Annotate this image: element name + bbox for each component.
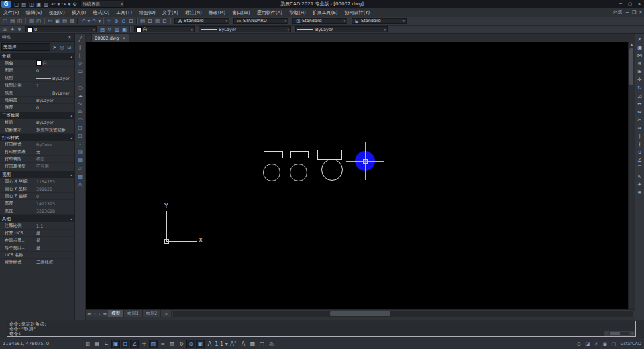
layer-properties-icon[interactable]: ≣ [1, 26, 9, 33]
color-combo[interactable]: 白▾ [134, 26, 195, 32]
menu-1[interactable]: 编辑(E) [23, 8, 46, 17]
region-icon[interactable]: ▱ [76, 164, 85, 172]
lengthen-icon[interactable]: ⇔ [636, 107, 644, 115]
design-center-icon[interactable]: ⊞ [146, 17, 154, 24]
stretch-icon[interactable]: ↔ [636, 99, 644, 107]
layout-tab-布局1[interactable]: 布局1 [124, 310, 143, 317]
save-as-icon[interactable]: ▣ [35, 1, 42, 7]
horizontal-scrollbar[interactable] [173, 311, 633, 317]
plot-preview-icon[interactable]: ◰ [35, 17, 42, 24]
property-row[interactable]: 线型ByLayer [0, 74, 74, 82]
transparency-icon[interactable]: ▧ [168, 340, 176, 348]
property-value[interactable]: 0 [36, 105, 39, 110]
dim-style-combo[interactable]: ↔STANDARD▾ [233, 18, 288, 24]
menu-12[interactable]: 帮助(H) [286, 8, 309, 17]
property-row[interactable]: 打印样式表无 [0, 148, 74, 156]
redo-list-icon[interactable]: ▾ [98, 17, 101, 24]
new-icon[interactable]: ▢ [13, 1, 20, 7]
annotation-monitor-icon[interactable]: A° [229, 340, 238, 348]
gradient-icon[interactable]: ▩ [76, 156, 85, 164]
network-icon[interactable]: ◉ [601, 340, 608, 347]
circle-entity[interactable] [290, 164, 307, 181]
grid-icon[interactable]: ▦ [93, 340, 101, 348]
appearance-menu[interactable]: 外观 [613, 9, 622, 15]
trim-icon[interactable]: ✂ [636, 115, 644, 123]
lock-icon[interactable]: ◪ [584, 340, 591, 347]
menu-10[interactable]: 窗口(W) [229, 8, 253, 17]
snap-icon[interactable]: ⊞ [83, 340, 92, 348]
explode-icon[interactable]: ✳ [636, 180, 644, 188]
quick-select-icon[interactable]: ◎ [58, 44, 66, 50]
zoom-previous-icon[interactable]: ⊖ [120, 17, 127, 24]
property-value[interactable]: 模型 [36, 156, 45, 162]
erase-icon[interactable]: ✕ [636, 35, 644, 43]
quick-properties-icon[interactable]: ▩ [248, 340, 257, 348]
match-properties-icon[interactable]: ▨ [68, 17, 76, 24]
scroll-up-icon[interactable]: ▲ [629, 42, 635, 47]
collapse-icon[interactable]: ▴ [70, 54, 72, 58]
circle-entity[interactable] [263, 164, 280, 181]
rectangle-entity[interactable] [264, 151, 283, 158]
menu-0[interactable]: 文件(F) [0, 8, 23, 17]
annotation-visibility-icon[interactable]: ▣ [196, 340, 205, 348]
menu-6[interactable]: 绘图(D) [136, 8, 159, 17]
layout-nav-3[interactable]: ≫ [101, 311, 108, 316]
mtext-icon[interactable]: A [76, 180, 85, 188]
menu-2[interactable]: 视图(V) [45, 8, 68, 17]
quick-calc-icon[interactable]: ⊟ [161, 17, 168, 24]
open-icon[interactable]: ▤ [20, 1, 28, 7]
layer-previous-icon[interactable]: ↺ [106, 26, 113, 33]
lwt-icon[interactable]: ≡ [158, 340, 167, 348]
break-at-point-icon[interactable]: ∣ [636, 132, 644, 140]
light-bulb-icon[interactable]: ☀ [592, 340, 600, 347]
arc-icon[interactable]: ⌒ [76, 75, 85, 83]
property-value[interactable]: ByLayer [36, 120, 54, 125]
property-row[interactable]: 打印表类型不可用 [0, 163, 74, 170]
plot-icon[interactable]: ▥ [42, 1, 50, 7]
property-row[interactable]: 线宽ByLayer [0, 89, 74, 97]
scroll-thumb[interactable] [330, 311, 390, 316]
menu-4[interactable]: 格式(O) [89, 8, 113, 17]
property-value[interactable]: 投射和接收阴影 [36, 127, 66, 133]
osnap-icon[interactable]: ⊡ [121, 340, 129, 348]
dyn-icon[interactable]: ▨ [149, 340, 158, 348]
property-value[interactable]: ByLayer [36, 91, 70, 95]
rotate-icon[interactable]: ↻ [636, 83, 644, 91]
lineweight-combo[interactable]: ByLayer▾ [295, 26, 388, 32]
property-value[interactable]: ByLayer [36, 76, 70, 81]
menu-3[interactable]: 插入(I) [68, 8, 90, 17]
collapse-icon[interactable]: ▴ [70, 217, 72, 221]
clean-screen-icon[interactable]: ◎ [267, 340, 276, 348]
selection-combo[interactable]: 无选择 [1, 43, 50, 51]
property-value[interactable]: 0 [36, 194, 39, 199]
section-header[interactable]: 视图▴ [0, 170, 74, 178]
property-value[interactable]: ByLayer [36, 98, 54, 103]
redo-icon[interactable]: ↷ [91, 17, 98, 24]
polar-icon[interactable]: ▣ [111, 340, 120, 348]
spline-icon[interactable]: ∿ [76, 99, 85, 107]
property-value[interactable]: 二维线框 [36, 260, 53, 266]
layout-nav-0[interactable]: ≪ [86, 311, 93, 316]
table-style-combo[interactable]: ⊞Standard▾ [292, 18, 347, 24]
property-row[interactable]: 图层0 [0, 67, 74, 74]
menu-13[interactable]: 扩展工具(E) [309, 8, 341, 17]
collapse-icon[interactable]: ▴ [70, 136, 72, 140]
property-row[interactable]: 圆心 Z 坐标0 [0, 193, 74, 200]
property-row[interactable]: 透明度ByLayer [0, 97, 74, 104]
mleader-style-combo[interactable]: ◣Standard▾ [352, 18, 407, 24]
rectangle-entity[interactable] [290, 151, 309, 158]
property-value[interactable]: 白 [36, 60, 47, 66]
document-tab[interactable]: 00002.dwg ✕ [91, 34, 129, 42]
menu-11[interactable]: 应用软件(A) [254, 8, 286, 17]
fillet-icon[interactable]: ⌒ [636, 164, 644, 172]
property-row[interactable]: 打开 UCS ...是 [0, 230, 74, 237]
circle-icon[interactable]: ○ [76, 83, 85, 91]
property-value[interactable]: 无 [36, 149, 40, 155]
plot-icon[interactable]: ▥ [28, 17, 35, 24]
layer-states-icon[interactable]: ☀ [9, 26, 16, 33]
menu-5[interactable]: 工具(T) [113, 8, 136, 17]
autoscale-icon[interactable]: A [205, 340, 214, 348]
layer-walk-icon[interactable]: ▥ [113, 26, 121, 33]
collapse-icon[interactable]: ▴ [70, 113, 72, 117]
property-value[interactable]: ByColor [36, 142, 53, 147]
